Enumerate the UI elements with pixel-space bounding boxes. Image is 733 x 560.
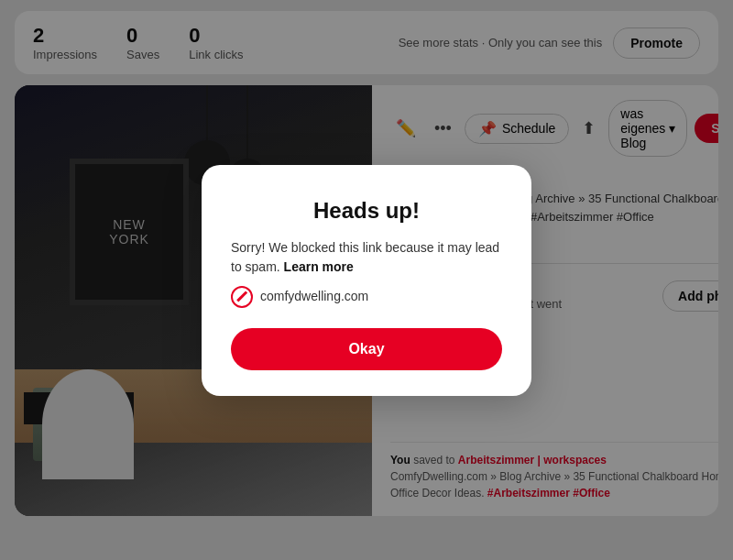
modal-body-text: Sorry! We blocked this link because it m… [231, 240, 499, 274]
blocked-domain: comfydwelling.com [260, 287, 368, 306]
modal-body: Sorry! We blocked this link because it m… [231, 238, 502, 308]
heads-up-modal: Heads up! Sorry! We blocked this link be… [202, 165, 531, 396]
modal-overlay: Heads up! Sorry! We blocked this link be… [0, 0, 733, 560]
learn-more-link[interactable]: Learn more [284, 259, 354, 274]
block-icon [231, 286, 253, 308]
blocked-url-row: comfydwelling.com [231, 286, 502, 308]
modal-title: Heads up! [231, 198, 502, 224]
okay-button[interactable]: Okay [231, 328, 502, 370]
